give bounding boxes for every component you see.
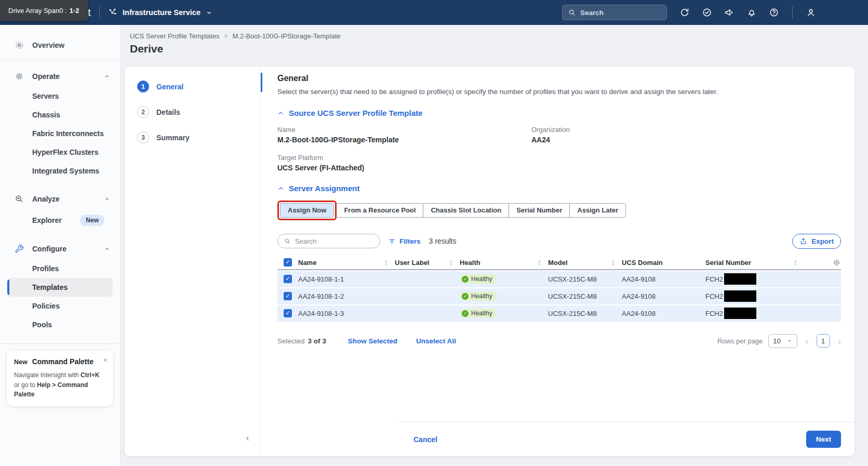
alerts-button[interactable] bbox=[702, 7, 712, 18]
tab-assign-later[interactable]: Assign Later bbox=[569, 203, 626, 218]
column-menu-icon[interactable]: ⋮ bbox=[536, 259, 543, 267]
tab-from-resource-pool[interactable]: From a Resource Pool bbox=[336, 203, 423, 218]
step-details[interactable]: 2 Details bbox=[125, 99, 260, 125]
tab-serial-number[interactable]: Serial Number bbox=[509, 203, 570, 218]
show-selected-button[interactable]: Show Selected bbox=[348, 337, 397, 345]
export-icon bbox=[799, 237, 807, 245]
sidebar-section-configure[interactable]: Configure bbox=[0, 238, 120, 259]
sidebar-item-chassis[interactable]: Chassis bbox=[0, 105, 120, 124]
step-general[interactable]: 1 General bbox=[125, 74, 260, 99]
sidebar-item-integrated-systems[interactable]: Integrated Systems bbox=[0, 162, 120, 180]
collapse-panel-button[interactable] bbox=[244, 434, 252, 443]
field-value: UCS Server (FI-Attached) bbox=[277, 164, 531, 172]
breadcrumb-separator: > bbox=[224, 33, 228, 40]
chevron-up-icon bbox=[277, 110, 284, 116]
drive-array-tooltip: Drive Array Span0 : 1-2 bbox=[0, 0, 88, 21]
breadcrumb-parent[interactable]: UCS Server Profile Templates bbox=[130, 32, 219, 40]
chevron-up-icon bbox=[103, 73, 111, 80]
health-label: Healthy bbox=[471, 292, 492, 300]
source-template-section-toggle[interactable]: Source UCS Server Profile Template bbox=[277, 109, 841, 117]
health-label: Healthy bbox=[471, 275, 492, 283]
serial-prefix: FCH2 bbox=[705, 292, 723, 300]
table-settings-gear-icon[interactable] bbox=[832, 258, 841, 267]
sidebar-item-overview[interactable]: Overview bbox=[0, 35, 120, 55]
breadcrumb-current: M.2-Boot-100G-IPStorage-Template bbox=[232, 32, 340, 40]
table-header-row: Name⋮ User Label⋮ Health⋮ Model⋮ UCS Dom… bbox=[277, 256, 841, 270]
sidebar-item-label: Servers bbox=[32, 92, 59, 100]
sidebar-item-policies[interactable]: Policies bbox=[0, 297, 120, 315]
sidebar-item-pools[interactable]: Pools bbox=[0, 315, 120, 334]
field-name: Name M.2-Boot-100G-IPStorage-Template bbox=[277, 126, 531, 144]
column-menu-icon[interactable]: ⋮ bbox=[383, 259, 390, 267]
command-palette-title: Command Palette bbox=[32, 357, 94, 366]
tab-chassis-slot-location[interactable]: Chassis Slot Location bbox=[423, 203, 509, 218]
step-number: 1 bbox=[137, 81, 149, 92]
sidebar-item-servers[interactable]: Servers bbox=[0, 87, 120, 105]
sidebar-item-profiles[interactable]: Profiles bbox=[0, 259, 120, 278]
table-row[interactable]: AA24-9108-1-1 ✓Healthy UCSX-215C-M8 AA24… bbox=[277, 271, 841, 287]
filters-button[interactable]: Filters bbox=[388, 237, 421, 245]
field-organization: Organization AA24 bbox=[531, 126, 841, 144]
sidebar-item-label: HyperFlex Clusters bbox=[32, 148, 99, 156]
sidebar-item-templates[interactable]: Templates bbox=[7, 278, 113, 297]
global-search-input[interactable] bbox=[580, 9, 653, 17]
sidebar-item-hyperflex-clusters[interactable]: HyperFlex Clusters bbox=[0, 143, 120, 162]
sidebar-item-label: Integrated Systems bbox=[32, 167, 99, 175]
rows-per-page-select[interactable]: 10 bbox=[768, 334, 797, 348]
notifications-button[interactable] bbox=[746, 7, 757, 18]
unselect-all-button[interactable]: Unselect All bbox=[416, 337, 456, 345]
section-title: Source UCS Server Profile Template bbox=[289, 109, 422, 117]
megaphone-icon bbox=[724, 7, 735, 18]
export-button[interactable]: Export bbox=[792, 234, 841, 249]
table-search-input[interactable] bbox=[295, 237, 368, 245]
health-check-icon: ✓ bbox=[462, 310, 469, 317]
server-assignment-section-toggle[interactable]: Server Assignment bbox=[277, 184, 841, 193]
topbar: Drive Array Span0 : 1-2 ight Infrastruct… bbox=[0, 0, 868, 25]
cell-model: UCSX-215C-M8 bbox=[548, 310, 622, 317]
column-menu-icon[interactable]: ⋮ bbox=[610, 259, 617, 267]
refresh-button[interactable] bbox=[679, 7, 690, 18]
next-button[interactable]: Next bbox=[806, 431, 841, 448]
row-checkbox[interactable] bbox=[284, 292, 292, 300]
page-title: Derive bbox=[130, 43, 868, 55]
sidebar-section-analyze[interactable]: Analyze bbox=[0, 189, 120, 209]
column-menu-icon[interactable]: ⋮ bbox=[448, 259, 455, 267]
chevron-up-icon bbox=[103, 195, 111, 203]
cell-health: ✓Healthy bbox=[460, 274, 548, 284]
row-checkbox[interactable] bbox=[284, 309, 292, 317]
select-all-checkbox[interactable] bbox=[284, 258, 292, 267]
service-name: Infrastructure Service bbox=[123, 8, 201, 17]
main-area: UCS Server Profile Templates > M.2-Boot-… bbox=[121, 25, 868, 466]
section-title: Server Assignment bbox=[289, 184, 359, 193]
step-content: General Select the server(s) that need t… bbox=[261, 66, 854, 456]
column-menu-icon[interactable]: ⋮ bbox=[792, 259, 799, 267]
row-checkbox[interactable] bbox=[284, 275, 292, 283]
cell-ucs-domain: AA24-9108 bbox=[622, 310, 705, 317]
step-number: 2 bbox=[137, 106, 149, 118]
account-button[interactable] bbox=[806, 7, 816, 18]
tab-assign-now[interactable]: Assign Now bbox=[280, 203, 334, 218]
cancel-button[interactable]: Cancel bbox=[413, 435, 437, 444]
global-search[interactable] bbox=[562, 5, 667, 20]
prev-page-button[interactable]: ‹ bbox=[805, 336, 808, 346]
new-badge: New bbox=[80, 215, 104, 226]
table-row[interactable]: AA24-9108-1-3 ✓Healthy UCSX-215C-M8 AA24… bbox=[277, 305, 841, 322]
check-circle-icon bbox=[702, 7, 712, 18]
sidebar-item-label: Overview bbox=[32, 41, 64, 49]
next-page-button[interactable]: › bbox=[838, 336, 841, 346]
announcements-button[interactable] bbox=[724, 7, 735, 18]
cell-serial-number: FCH2 bbox=[705, 308, 804, 319]
chevron-up-icon bbox=[103, 245, 111, 252]
sidebar-section-operate[interactable]: Operate bbox=[0, 66, 120, 87]
sidebar-item-fabric-interconnects[interactable]: Fabric Interconnects bbox=[0, 124, 120, 143]
help-button[interactable] bbox=[769, 7, 779, 18]
field-label: Name bbox=[277, 126, 531, 134]
table-search[interactable] bbox=[277, 234, 380, 248]
table-row[interactable]: AA24-9108-1-2 ✓Healthy UCSX-215C-M8 AA24… bbox=[277, 288, 841, 304]
cell-health: ✓Healthy bbox=[460, 291, 548, 301]
close-icon[interactable]: × bbox=[103, 355, 108, 364]
step-summary[interactable]: 3 Summary bbox=[125, 125, 260, 150]
service-switcher[interactable]: Infrastructure Service bbox=[108, 8, 213, 18]
current-page-indicator[interactable]: 1 bbox=[817, 334, 830, 348]
sidebar-item-explorer[interactable]: Explorer New bbox=[0, 209, 120, 231]
